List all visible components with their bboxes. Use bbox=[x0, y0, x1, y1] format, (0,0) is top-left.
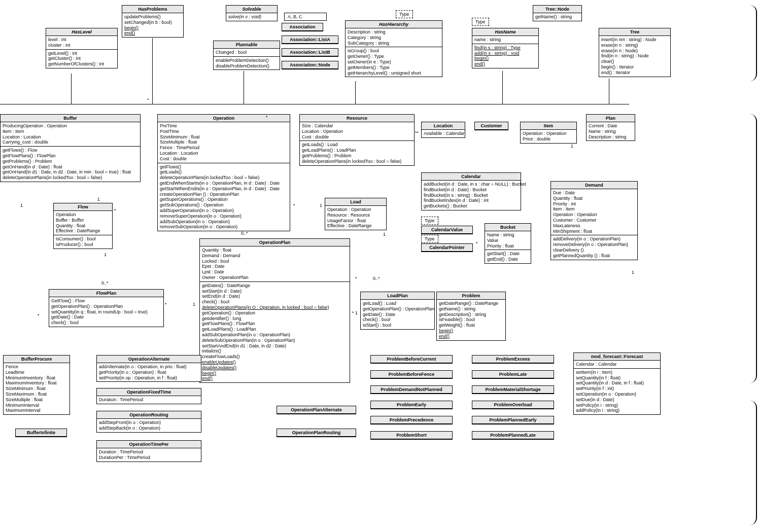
class-demand: Demand Due : DateQuantity : floatPriorit… bbox=[550, 181, 638, 260]
class-hasname: HasName name : string find(in s : string… bbox=[472, 28, 539, 68]
class-problemexcess: ProblemExcess bbox=[472, 355, 554, 364]
class-plannable: Plannable Changed : bool enableProblemDe… bbox=[213, 41, 280, 70]
class-attrs: level : intcluster : int bbox=[46, 36, 117, 50]
class-bucket: Bucket Name : stringValuePriority : floa… bbox=[485, 223, 531, 264]
class-problemmaterialshortage: ProblemMaterialShortage bbox=[472, 385, 554, 394]
class-problemplannedlate: ProblemPlannedLate bbox=[472, 431, 554, 440]
multiplicity: 0..* bbox=[101, 280, 109, 286]
class-loadplan: LoadPlan getLoad() : LoadgetOperationPla… bbox=[360, 292, 435, 330]
note-type4: Type bbox=[421, 235, 438, 243]
class-load: Load Operation : OperationResource : Res… bbox=[325, 198, 387, 230]
multiplicity: * bbox=[476, 241, 478, 246]
class-resource: Resource Size : CalendarLocation : Opera… bbox=[299, 114, 415, 166]
class-association: Association bbox=[282, 23, 323, 31]
class-problemoverload: ProblemOverload bbox=[472, 401, 554, 409]
multiplicity: 0..* bbox=[241, 231, 248, 236]
multiplicity: 0..* bbox=[373, 276, 380, 281]
connector bbox=[152, 38, 153, 104]
class-forecast: mod_forecast::Forecast Calendar : Calend… bbox=[573, 352, 661, 415]
note-type1: Type bbox=[396, 10, 413, 18]
class-operationalternate: OperationAlternate addAlternate(in o : O… bbox=[96, 355, 201, 382]
multiplicity: 1 bbox=[104, 252, 107, 257]
class-treenode: Tree::Node getName() : string bbox=[533, 5, 582, 21]
class-solvable: Solvable solve(in v : void) bbox=[226, 5, 278, 21]
multiplicity: 1 bbox=[97, 197, 100, 202]
multiplicity: * bbox=[38, 313, 40, 318]
multiplicity: * bbox=[355, 276, 357, 281]
connector bbox=[355, 81, 356, 104]
class-hashierarchy: HasHierarchy Description : stringCategor… bbox=[345, 20, 442, 77]
class-calendar: Calendar addBucket(in d : Date, in s : c… bbox=[421, 172, 521, 210]
class-problem: Problem getDateRange() : DateRangegetNam… bbox=[436, 292, 506, 341]
class-flow: Flow OperationBuffer : BufferQuantity : … bbox=[53, 203, 113, 249]
brace-model bbox=[750, 114, 757, 383]
class-title: HasLevel bbox=[46, 28, 117, 36]
class-operation: Operation PreTimePostTimeSizeMinimum : f… bbox=[157, 114, 290, 231]
class-operationtimeper: OperationTimePer Duration : TimePeriodDu… bbox=[96, 440, 201, 462]
class-calendarvalue: CalendarValue bbox=[421, 226, 473, 234]
class-problemprecedence: ProblemPrecedence bbox=[370, 416, 453, 424]
note-type3: Type bbox=[421, 217, 438, 225]
class-lista: Association::ListA bbox=[282, 36, 338, 44]
class-operationplanalternate: OperationPlanAlternate bbox=[277, 406, 356, 414]
class-calendarpointer: CalendarPointer bbox=[421, 243, 473, 252]
connector bbox=[71, 74, 72, 104]
class-problembeforefence: ProblemBeforeFence bbox=[370, 370, 453, 379]
class-problemearly: ProblemEarly bbox=[370, 401, 453, 409]
class-bufferinfinite: BufferInfinite bbox=[15, 429, 67, 437]
brace-abstract bbox=[750, 5, 757, 81]
class-haslevel: HasLevel level : intcluster : int getLev… bbox=[46, 28, 118, 68]
class-operationplanrouting: OperationPlanRouting bbox=[277, 429, 356, 437]
note-abc: A, B, C bbox=[284, 13, 327, 21]
multiplicity: * bbox=[266, 115, 268, 120]
class-tree: Tree insert(in nm : string) : Nodeerase(… bbox=[599, 28, 671, 77]
multiplicity: 1 bbox=[20, 203, 23, 208]
multiplicity: * 1 bbox=[352, 310, 358, 315]
class-node: Association::Node bbox=[282, 61, 338, 69]
multiplicity: * bbox=[293, 203, 295, 208]
connector bbox=[609, 79, 609, 104]
multiplicity: ** bbox=[415, 130, 419, 135]
class-operationrouting: OperationRouting addStepFront(in o : Ope… bbox=[96, 411, 201, 433]
class-location: Location Available : Calendar bbox=[421, 122, 465, 138]
class-problemdemandnotplanned: ProblemDemandNotPlanned bbox=[370, 385, 453, 394]
class-problembeforecurrent: ProblemBeforeCurrent bbox=[370, 355, 453, 364]
bus-line bbox=[0, 104, 629, 104]
class-ops: getLevel() : intgetCluster() : intgetNum… bbox=[46, 50, 117, 68]
multiplicity: * bbox=[114, 208, 116, 213]
note-type2: Type bbox=[472, 18, 489, 26]
class-listb: Association::ListB bbox=[282, 48, 338, 57]
multiplicity: 1 bbox=[320, 203, 322, 208]
class-hasproblems: HasProblems updateProblems()setChanged(i… bbox=[122, 5, 184, 38]
multiplicity: 1 bbox=[383, 232, 386, 237]
class-bufferprocure: BufferProcure FenceLeadtimeMinimumInvent… bbox=[3, 355, 70, 415]
class-plan: Plan Current : DateName : stringDescript… bbox=[586, 114, 635, 141]
class-problemlate: ProblemLate bbox=[472, 370, 554, 379]
connector bbox=[244, 71, 244, 104]
class-problemshort: ProblemShort bbox=[370, 431, 453, 440]
multiplicity: 1 bbox=[193, 302, 195, 307]
class-operationplan: OperationPlan Quantity : floatDemand : D… bbox=[199, 238, 350, 383]
class-problemplannedearly: ProblemPlannedEarly bbox=[472, 416, 554, 424]
multiplicity: 1 bbox=[571, 144, 573, 149]
class-customer: Customer bbox=[474, 122, 508, 130]
multiplicity: 1 bbox=[632, 270, 634, 275]
class-operationfixedtime: OperationFixedTime Duration : TimePeriod bbox=[96, 388, 201, 404]
class-item: Item Operation : OperationPrice : double bbox=[520, 122, 577, 144]
brace-impl bbox=[750, 401, 757, 525]
class-flowplan: FlowPlan GetFlow() : FlowgetOperationPla… bbox=[49, 289, 164, 327]
multiplicity: * bbox=[165, 302, 167, 307]
connector bbox=[502, 71, 503, 104]
multiplicity: * bbox=[147, 97, 149, 102]
class-buffer: Buffer ProducingOperation : OperationIte… bbox=[0, 114, 141, 182]
